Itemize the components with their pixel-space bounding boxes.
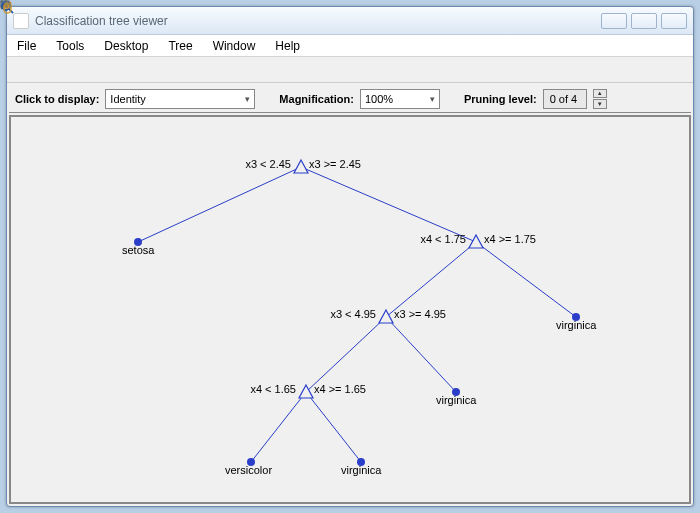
svg-line-14 <box>476 242 576 317</box>
menu-tree[interactable]: Tree <box>158 35 202 56</box>
dock-icon[interactable] <box>671 35 693 56</box>
control-bar: Click to display: Identity Magnification… <box>9 85 691 113</box>
titlebar[interactable]: Classification tree viewer <box>7 7 693 35</box>
svg-line-11 <box>138 167 301 242</box>
pruning-down-button[interactable]: ▼ <box>593 99 607 109</box>
svg-line-18 <box>306 392 361 462</box>
window-controls <box>601 13 687 29</box>
svg-line-16 <box>386 317 456 392</box>
pruning-spinner: ▲ ▼ <box>593 89 607 109</box>
menu-file[interactable]: File <box>7 35 46 56</box>
zoom-out-button[interactable] <box>37 60 57 80</box>
pruning-value: 0 of 4 <box>543 89 587 109</box>
maximize-button[interactable] <box>631 13 657 29</box>
svg-line-15 <box>306 317 386 392</box>
magnification-label: Magnification: <box>279 93 354 105</box>
svg-line-13 <box>386 242 476 317</box>
menu-tools[interactable]: Tools <box>46 35 94 56</box>
menubar: File Tools Desktop Tree Window Help <box>7 35 693 57</box>
split-label: x3 < 2.45 <box>229 158 291 170</box>
split-label: x3 < 4.95 <box>314 308 376 320</box>
leaf-label: virginica <box>556 319 596 331</box>
menu-help[interactable]: Help <box>265 35 310 56</box>
pruning-label: Pruning level: <box>464 93 537 105</box>
split-label: x4 >= 1.75 <box>484 233 536 245</box>
split-label: x4 >= 1.65 <box>314 383 366 395</box>
pruning-up-button[interactable]: ▲ <box>593 89 607 99</box>
leaf-label: versicolor <box>225 464 272 476</box>
split-label: x3 >= 4.95 <box>394 308 446 320</box>
magnification-select[interactable]: 100% <box>360 89 440 109</box>
close-button[interactable] <box>661 13 687 29</box>
svg-line-17 <box>251 392 306 462</box>
split-label: x4 < 1.65 <box>234 383 296 395</box>
toolbar <box>7 57 693 83</box>
menu-desktop[interactable]: Desktop <box>94 35 158 56</box>
window-frame: Classification tree viewer File Tools De… <box>6 6 694 507</box>
leaf-label: virginica <box>341 464 381 476</box>
zoom-in-button[interactable] <box>11 60 31 80</box>
menu-window[interactable]: Window <box>203 35 266 56</box>
tree-canvas[interactable]: x3 < 2.45 x3 >= 2.45 setosa x4 < 1.75 x4… <box>9 115 691 504</box>
leaf-label: setosa <box>122 244 154 256</box>
svg-line-12 <box>301 167 476 242</box>
pan-button[interactable] <box>63 60 83 80</box>
split-label: x4 < 1.75 <box>404 233 466 245</box>
display-select[interactable]: Identity <box>105 89 255 109</box>
split-label: x3 >= 2.45 <box>309 158 361 170</box>
window-title: Classification tree viewer <box>35 14 601 28</box>
minimize-button[interactable] <box>601 13 627 29</box>
leaf-label: virginica <box>436 394 476 406</box>
display-label: Click to display: <box>15 93 99 105</box>
